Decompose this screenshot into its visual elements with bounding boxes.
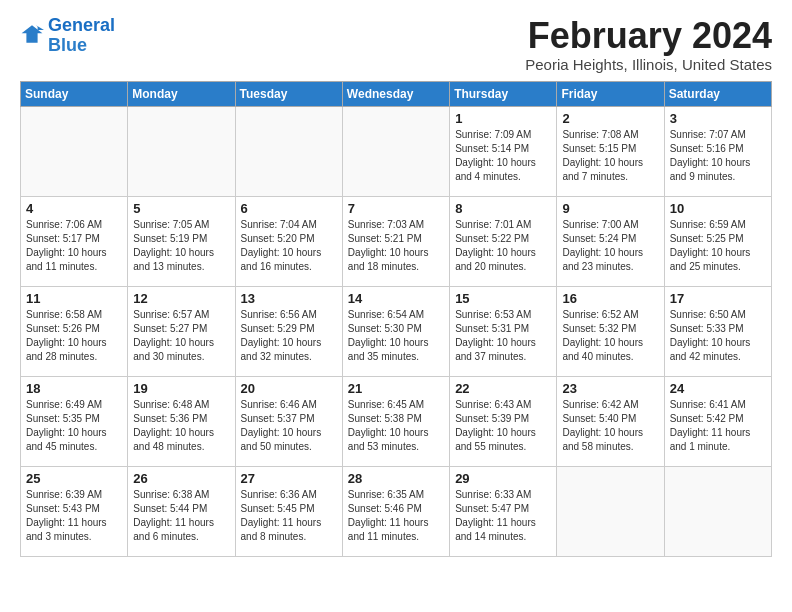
day-number: 25 — [26, 471, 122, 486]
calendar-cell: 14Sunrise: 6:54 AM Sunset: 5:30 PM Dayli… — [342, 286, 449, 376]
title-block: February 2024 Peoria Heights, Illinois, … — [525, 16, 772, 73]
calendar-week-3: 11Sunrise: 6:58 AM Sunset: 5:26 PM Dayli… — [21, 286, 772, 376]
calendar-header-row: SundayMondayTuesdayWednesdayThursdayFrid… — [21, 81, 772, 106]
calendar-cell: 8Sunrise: 7:01 AM Sunset: 5:22 PM Daylig… — [450, 196, 557, 286]
calendar-cell: 10Sunrise: 6:59 AM Sunset: 5:25 PM Dayli… — [664, 196, 771, 286]
day-number: 6 — [241, 201, 337, 216]
calendar-cell — [342, 106, 449, 196]
day-number: 8 — [455, 201, 551, 216]
calendar-cell: 11Sunrise: 6:58 AM Sunset: 5:26 PM Dayli… — [21, 286, 128, 376]
calendar-cell: 6Sunrise: 7:04 AM Sunset: 5:20 PM Daylig… — [235, 196, 342, 286]
day-info: Sunrise: 6:53 AM Sunset: 5:31 PM Dayligh… — [455, 308, 551, 364]
day-number: 1 — [455, 111, 551, 126]
calendar-week-5: 25Sunrise: 6:39 AM Sunset: 5:43 PM Dayli… — [21, 466, 772, 556]
day-number: 28 — [348, 471, 444, 486]
calendar-cell: 20Sunrise: 6:46 AM Sunset: 5:37 PM Dayli… — [235, 376, 342, 466]
day-info: Sunrise: 7:09 AM Sunset: 5:14 PM Dayligh… — [455, 128, 551, 184]
day-number: 2 — [562, 111, 658, 126]
calendar-cell: 2Sunrise: 7:08 AM Sunset: 5:15 PM Daylig… — [557, 106, 664, 196]
day-info: Sunrise: 6:36 AM Sunset: 5:45 PM Dayligh… — [241, 488, 337, 544]
day-number: 9 — [562, 201, 658, 216]
day-number: 27 — [241, 471, 337, 486]
day-number: 12 — [133, 291, 229, 306]
calendar-cell: 21Sunrise: 6:45 AM Sunset: 5:38 PM Dayli… — [342, 376, 449, 466]
day-info: Sunrise: 7:01 AM Sunset: 5:22 PM Dayligh… — [455, 218, 551, 274]
day-number: 5 — [133, 201, 229, 216]
logo-icon — [20, 22, 44, 46]
day-info: Sunrise: 6:39 AM Sunset: 5:43 PM Dayligh… — [26, 488, 122, 544]
day-info: Sunrise: 6:58 AM Sunset: 5:26 PM Dayligh… — [26, 308, 122, 364]
calendar-table: SundayMondayTuesdayWednesdayThursdayFrid… — [20, 81, 772, 557]
calendar-cell: 3Sunrise: 7:07 AM Sunset: 5:16 PM Daylig… — [664, 106, 771, 196]
day-info: Sunrise: 7:03 AM Sunset: 5:21 PM Dayligh… — [348, 218, 444, 274]
day-info: Sunrise: 6:43 AM Sunset: 5:39 PM Dayligh… — [455, 398, 551, 454]
day-number: 24 — [670, 381, 766, 396]
day-info: Sunrise: 6:33 AM Sunset: 5:47 PM Dayligh… — [455, 488, 551, 544]
page-header: General Blue February 2024 Peoria Height… — [20, 16, 772, 73]
day-info: Sunrise: 6:54 AM Sunset: 5:30 PM Dayligh… — [348, 308, 444, 364]
day-number: 21 — [348, 381, 444, 396]
day-info: Sunrise: 7:04 AM Sunset: 5:20 PM Dayligh… — [241, 218, 337, 274]
calendar-cell — [664, 466, 771, 556]
day-number: 17 — [670, 291, 766, 306]
header-friday: Friday — [557, 81, 664, 106]
day-info: Sunrise: 6:56 AM Sunset: 5:29 PM Dayligh… — [241, 308, 337, 364]
calendar-cell: 12Sunrise: 6:57 AM Sunset: 5:27 PM Dayli… — [128, 286, 235, 376]
calendar-cell: 19Sunrise: 6:48 AM Sunset: 5:36 PM Dayli… — [128, 376, 235, 466]
day-number: 4 — [26, 201, 122, 216]
calendar-cell: 26Sunrise: 6:38 AM Sunset: 5:44 PM Dayli… — [128, 466, 235, 556]
calendar-cell: 28Sunrise: 6:35 AM Sunset: 5:46 PM Dayli… — [342, 466, 449, 556]
calendar-cell — [235, 106, 342, 196]
calendar-cell: 23Sunrise: 6:42 AM Sunset: 5:40 PM Dayli… — [557, 376, 664, 466]
calendar-week-1: 1Sunrise: 7:09 AM Sunset: 5:14 PM Daylig… — [21, 106, 772, 196]
day-number: 20 — [241, 381, 337, 396]
day-info: Sunrise: 6:42 AM Sunset: 5:40 PM Dayligh… — [562, 398, 658, 454]
calendar-cell — [128, 106, 235, 196]
day-number: 7 — [348, 201, 444, 216]
day-info: Sunrise: 6:59 AM Sunset: 5:25 PM Dayligh… — [670, 218, 766, 274]
day-info: Sunrise: 6:35 AM Sunset: 5:46 PM Dayligh… — [348, 488, 444, 544]
header-thursday: Thursday — [450, 81, 557, 106]
day-number: 16 — [562, 291, 658, 306]
day-number: 13 — [241, 291, 337, 306]
calendar-cell: 15Sunrise: 6:53 AM Sunset: 5:31 PM Dayli… — [450, 286, 557, 376]
logo-text: General Blue — [48, 16, 115, 56]
day-number: 26 — [133, 471, 229, 486]
calendar-cell: 22Sunrise: 6:43 AM Sunset: 5:39 PM Dayli… — [450, 376, 557, 466]
day-info: Sunrise: 7:08 AM Sunset: 5:15 PM Dayligh… — [562, 128, 658, 184]
calendar-cell: 16Sunrise: 6:52 AM Sunset: 5:32 PM Dayli… — [557, 286, 664, 376]
day-info: Sunrise: 6:52 AM Sunset: 5:32 PM Dayligh… — [562, 308, 658, 364]
header-tuesday: Tuesday — [235, 81, 342, 106]
calendar-cell: 1Sunrise: 7:09 AM Sunset: 5:14 PM Daylig… — [450, 106, 557, 196]
day-info: Sunrise: 6:49 AM Sunset: 5:35 PM Dayligh… — [26, 398, 122, 454]
day-number: 15 — [455, 291, 551, 306]
day-info: Sunrise: 7:06 AM Sunset: 5:17 PM Dayligh… — [26, 218, 122, 274]
day-number: 11 — [26, 291, 122, 306]
day-info: Sunrise: 6:50 AM Sunset: 5:33 PM Dayligh… — [670, 308, 766, 364]
calendar-cell: 29Sunrise: 6:33 AM Sunset: 5:47 PM Dayli… — [450, 466, 557, 556]
header-saturday: Saturday — [664, 81, 771, 106]
header-monday: Monday — [128, 81, 235, 106]
calendar-cell: 5Sunrise: 7:05 AM Sunset: 5:19 PM Daylig… — [128, 196, 235, 286]
calendar-cell: 4Sunrise: 7:06 AM Sunset: 5:17 PM Daylig… — [21, 196, 128, 286]
logo: General Blue — [20, 16, 115, 56]
month-title: February 2024 — [525, 16, 772, 56]
day-number: 3 — [670, 111, 766, 126]
day-info: Sunrise: 7:05 AM Sunset: 5:19 PM Dayligh… — [133, 218, 229, 274]
calendar-cell: 18Sunrise: 6:49 AM Sunset: 5:35 PM Dayli… — [21, 376, 128, 466]
header-wednesday: Wednesday — [342, 81, 449, 106]
calendar-cell: 17Sunrise: 6:50 AM Sunset: 5:33 PM Dayli… — [664, 286, 771, 376]
calendar-cell — [21, 106, 128, 196]
calendar-cell: 27Sunrise: 6:36 AM Sunset: 5:45 PM Dayli… — [235, 466, 342, 556]
calendar-cell — [557, 466, 664, 556]
day-info: Sunrise: 6:46 AM Sunset: 5:37 PM Dayligh… — [241, 398, 337, 454]
day-number: 23 — [562, 381, 658, 396]
day-info: Sunrise: 6:45 AM Sunset: 5:38 PM Dayligh… — [348, 398, 444, 454]
day-info: Sunrise: 7:00 AM Sunset: 5:24 PM Dayligh… — [562, 218, 658, 274]
day-info: Sunrise: 6:41 AM Sunset: 5:42 PM Dayligh… — [670, 398, 766, 454]
calendar-week-2: 4Sunrise: 7:06 AM Sunset: 5:17 PM Daylig… — [21, 196, 772, 286]
day-number: 29 — [455, 471, 551, 486]
day-info: Sunrise: 6:48 AM Sunset: 5:36 PM Dayligh… — [133, 398, 229, 454]
day-number: 22 — [455, 381, 551, 396]
calendar-cell: 9Sunrise: 7:00 AM Sunset: 5:24 PM Daylig… — [557, 196, 664, 286]
